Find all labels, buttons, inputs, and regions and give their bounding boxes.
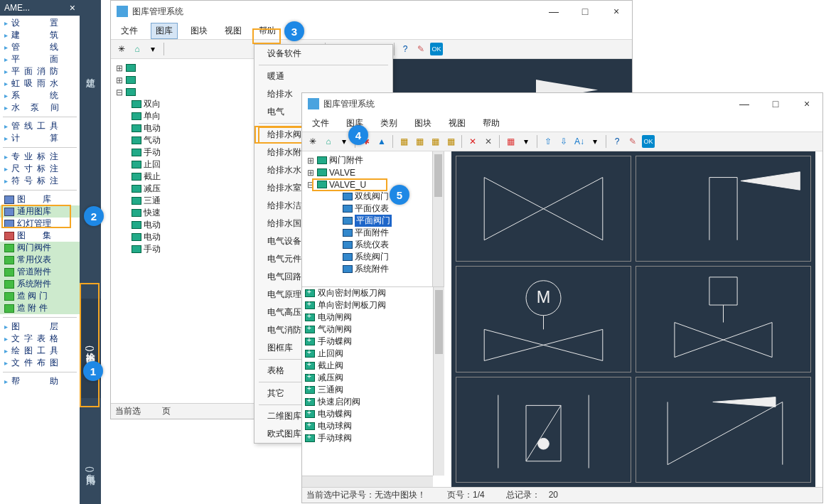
list-item[interactable]: 快速启闭阀	[302, 396, 444, 408]
close-button[interactable]: ×	[791, 94, 822, 114]
palette-item[interactable]: ▸文件布图	[0, 357, 80, 369]
tree-node[interactable]: ⊟VALVE_U	[305, 178, 444, 191]
scrollbar-horizontal[interactable]	[302, 476, 433, 487]
tree-node[interactable]: 系统阀门	[305, 251, 444, 263]
list-item[interactable]: 截止阀	[302, 360, 444, 372]
preview-cell[interactable]: M	[456, 266, 631, 372]
menu-item[interactable]: 文件	[308, 116, 333, 131]
preview-cell[interactable]	[456, 377, 631, 483]
menu-item[interactable]: 视图	[444, 116, 470, 131]
palette-item[interactable]: ▸建 筑	[0, 29, 80, 41]
help-icon[interactable]: ?	[611, 135, 623, 148]
menu-item[interactable]: 图库	[151, 23, 178, 39]
maximize-button[interactable]: □	[569, 1, 601, 21]
dropdown-icon[interactable]: ▾	[146, 43, 159, 55]
tree-node[interactable]: 双线阀门	[305, 191, 444, 203]
close-icon[interactable]: ×	[70, 2, 75, 14]
delete-x2-icon[interactable]: ✕	[482, 135, 495, 148]
palette-item[interactable]: ▸绘图工具	[0, 345, 80, 357]
palette-item[interactable]: ▸管 线	[0, 41, 80, 53]
palette-item[interactable]: ▸水 泵 间	[0, 102, 80, 114]
scrollbar-vertical[interactable]	[432, 151, 444, 286]
grid-icon[interactable]: ▦	[504, 135, 517, 148]
dropdown-item[interactable]: 设备软件	[254, 45, 392, 63]
arrow-down-icon[interactable]: ⇩	[557, 135, 570, 148]
palette-item[interactable]: ▸符号标注	[0, 175, 80, 187]
tool-icon[interactable]: ✎	[414, 43, 427, 55]
list-item[interactable]: 电动球阀	[302, 420, 444, 432]
menu-item[interactable]: 文件	[117, 23, 142, 38]
tree-node[interactable]: 系统仪表	[305, 239, 444, 251]
palette-item[interactable]: 通用图库	[0, 205, 80, 218]
maximize-button[interactable]: □	[760, 94, 791, 114]
help-icon[interactable]: ?	[399, 43, 412, 55]
list-item[interactable]: 电动蝶阀	[302, 408, 444, 420]
delete-x-icon[interactable]: ✕	[466, 135, 479, 148]
palette-item[interactable]: 造 附 件	[0, 302, 80, 314]
preview-cell[interactable]	[456, 156, 631, 262]
menu-item[interactable]: 帮助	[478, 116, 504, 131]
ok-icon[interactable]: OK	[430, 43, 443, 55]
palette-item[interactable]: ▸计 算	[0, 132, 80, 144]
palette-item[interactable]: 幻灯管理	[0, 218, 80, 230]
palette-item[interactable]: ▸系 统	[0, 90, 80, 102]
menu-item[interactable]: 帮助	[254, 23, 280, 38]
list-item[interactable]: 双向密封闸板刀阀	[302, 287, 444, 299]
palette-item[interactable]: ▸帮 助	[0, 375, 80, 387]
palette-item[interactable]: 图 库	[0, 193, 80, 205]
minimize-button[interactable]: —	[729, 94, 760, 114]
palette-item[interactable]: 造 阀 门	[0, 290, 80, 302]
doc2-icon[interactable]: ▦	[413, 135, 426, 148]
arrow-up-icon[interactable]: ⇧	[542, 135, 554, 148]
tree-node[interactable]: ⊞VALVE	[305, 166, 444, 178]
sort-icon[interactable]: A↓	[573, 135, 586, 148]
list-item[interactable]: 单向密封闸板刀阀	[302, 299, 444, 311]
blue-icon[interactable]: ▲	[375, 135, 388, 148]
preview-cell[interactable]	[636, 156, 811, 262]
palette-item[interactable]: ▸平 面	[0, 53, 80, 65]
list-item[interactable]: 气动闸阀	[302, 323, 444, 336]
menu-item[interactable]: 视图	[220, 23, 246, 38]
palette-item[interactable]: 系统附件	[0, 278, 80, 290]
tree-node[interactable]: 平面阀门	[305, 215, 444, 227]
ok-icon[interactable]: OK	[642, 135, 655, 148]
list-item[interactable]: 电动闸阀	[302, 311, 444, 323]
dropdown-item[interactable]: 暖通	[254, 68, 392, 85]
tree-node[interactable]: 平面仪表	[305, 203, 444, 215]
vtab-electrical-civil[interactable]: 电气(民用)	[80, 434, 101, 504]
palette-item[interactable]: ▸虹吸雨水	[0, 77, 80, 90]
menu-item[interactable]: 图块	[410, 116, 436, 131]
vtab-architecture[interactable]: 建筑	[80, 43, 101, 100]
tree-node[interactable]: ⊞阀门附件	[305, 154, 444, 166]
tool-icon[interactable]: ✎	[626, 135, 639, 148]
list-item[interactable]: 减压阀	[302, 372, 444, 384]
palette-item[interactable]: 图 集	[0, 230, 80, 242]
preview-cell[interactable]	[636, 377, 811, 483]
vtab-plumbing-indoor[interactable]: 给排水(室内)	[80, 299, 101, 398]
list-item[interactable]: 手动球阀	[302, 432, 444, 444]
palette-item[interactable]: ▸文字表格	[0, 333, 80, 345]
palette-item[interactable]: ▸管线工具	[0, 120, 80, 132]
menu-item[interactable]: 图块	[186, 23, 212, 38]
palette-item[interactable]: ▸专业标注	[0, 151, 80, 163]
new-icon[interactable]: ✳	[306, 135, 319, 148]
tree-node[interactable]: 系统附件	[305, 263, 444, 275]
home-icon[interactable]: ⌂	[322, 135, 335, 148]
menu-item[interactable]: 类别	[376, 116, 402, 131]
dropdown3-icon[interactable]: ▾	[589, 135, 601, 148]
palette-item[interactable]: 常用仪表	[0, 254, 80, 266]
list-item[interactable]: 手动蝶阀	[302, 336, 444, 348]
list-item[interactable]: 止回阀	[302, 348, 444, 360]
home-icon[interactable]: ⌂	[131, 43, 144, 55]
palette-item[interactable]: ▸尺寸标注	[0, 163, 80, 175]
new-icon[interactable]: ✳	[115, 43, 128, 55]
palette-item[interactable]: 管道附件	[0, 266, 80, 278]
list-item[interactable]: 三通阀	[302, 384, 444, 396]
doc3-icon[interactable]: ▦	[429, 135, 441, 148]
preview-cell[interactable]	[636, 266, 811, 372]
tree-node[interactable]: 平面附件	[305, 227, 444, 239]
minimize-button[interactable]: —	[538, 1, 569, 21]
palette-item[interactable]: ▸图 层	[0, 321, 80, 333]
close-button[interactable]: ×	[601, 1, 632, 21]
palette-item[interactable]: 阀门阀件	[0, 242, 80, 254]
